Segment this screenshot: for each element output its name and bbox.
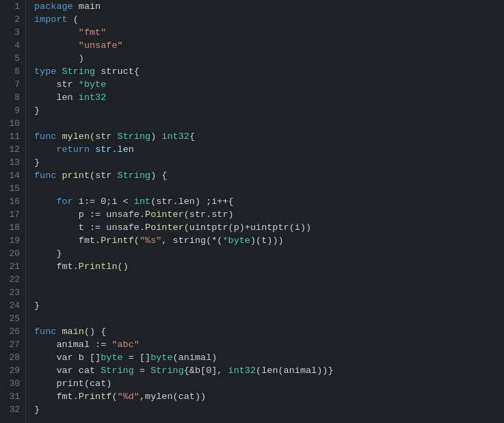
line-number: 26 (5, 325, 20, 338)
line-number: 32 (5, 403, 20, 416)
code-line: } (34, 403, 504, 416)
line-number: 23 (5, 286, 20, 299)
code-line: var cat String = String{&b[0], int32(len… (34, 364, 504, 377)
code-line: func mylen(str String) int32{ (34, 130, 504, 143)
line-number: 1 (5, 0, 20, 13)
code-line: type String struct{ (34, 65, 504, 78)
code-line: } (34, 156, 504, 169)
code-editor: 1234567891011121314151617181920212223242… (0, 0, 504, 423)
line-number: 28 (5, 351, 20, 364)
code-line: package main (34, 0, 504, 13)
code-content: package mainimport ( "fmt" "unsafe" )typ… (26, 0, 504, 423)
code-line: "fmt" (34, 26, 504, 39)
code-line: func main() { (34, 325, 504, 338)
code-line: ) (34, 52, 504, 65)
code-line: fmt.Printf("%d",mylen(cat)) (34, 390, 504, 403)
code-line: } (34, 299, 504, 312)
code-line: print(cat) (34, 377, 504, 390)
line-number: 7 (5, 78, 20, 91)
line-number: 13 (5, 156, 20, 169)
code-line (34, 273, 504, 286)
code-line: animal := "abc" (34, 338, 504, 351)
code-line: } (34, 104, 504, 117)
code-line: "unsafe" (34, 39, 504, 52)
line-number: 22 (5, 273, 20, 286)
line-number: 12 (5, 143, 20, 156)
code-line (34, 182, 504, 195)
line-number: 27 (5, 338, 20, 351)
line-number: 18 (5, 221, 20, 234)
code-line: } (34, 247, 504, 260)
code-line: p := unsafe.Pointer(str.str) (34, 208, 504, 221)
line-number: 8 (5, 91, 20, 104)
line-number: 3 (5, 26, 20, 39)
line-number: 24 (5, 299, 20, 312)
line-number: 2 (5, 13, 20, 26)
line-number: 5 (5, 52, 20, 65)
line-number: 31 (5, 390, 20, 403)
line-number: 11 (5, 130, 20, 143)
code-line (34, 117, 504, 130)
code-line: fmt.Println() (34, 260, 504, 273)
line-number: 19 (5, 234, 20, 247)
code-line (34, 312, 504, 325)
code-line: import ( (34, 13, 504, 26)
line-number: 14 (5, 169, 20, 182)
line-numbers: 1234567891011121314151617181920212223242… (0, 0, 26, 423)
code-line: var b []byte = []byte(animal) (34, 351, 504, 364)
code-line: return str.len (34, 143, 504, 156)
code-line: t := unsafe.Pointer(uintptr(p)+uintptr(i… (34, 221, 504, 234)
line-number: 15 (5, 182, 20, 195)
line-number: 16 (5, 195, 20, 208)
line-number: 21 (5, 260, 20, 273)
line-number: 9 (5, 104, 20, 117)
line-number: 4 (5, 39, 20, 52)
code-line (34, 286, 504, 299)
line-number: 20 (5, 247, 20, 260)
code-line: func print(str String) { (34, 169, 504, 182)
line-number: 10 (5, 117, 20, 130)
line-number: 17 (5, 208, 20, 221)
line-number: 30 (5, 377, 20, 390)
line-number: 29 (5, 364, 20, 377)
line-number: 25 (5, 312, 20, 325)
line-number: 6 (5, 65, 20, 78)
code-line: fmt.Printf("%s", string(*(*byte)(t))) (34, 234, 504, 247)
code-line: len int32 (34, 91, 504, 104)
code-line: for i:= 0;i < int(str.len) ;i++{ (34, 195, 504, 208)
code-line: str *byte (34, 78, 504, 91)
